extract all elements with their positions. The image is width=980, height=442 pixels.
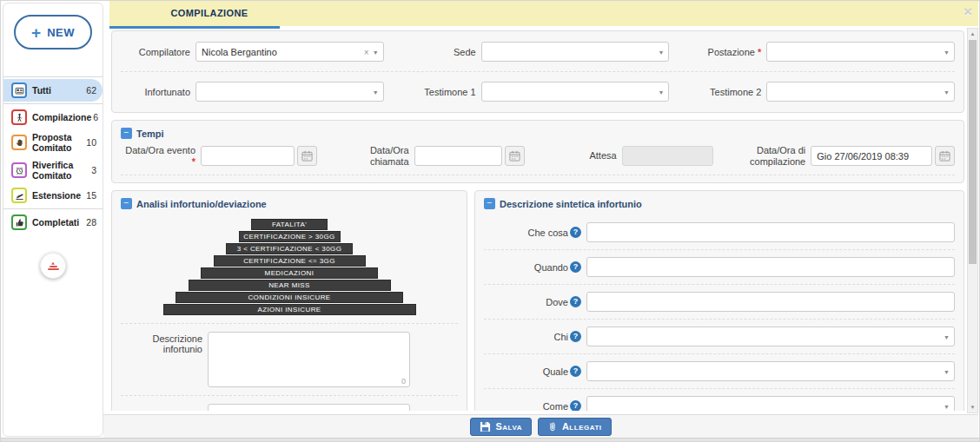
data-ora-chiamata-label: Data/Ora chiamata [334, 145, 414, 167]
sidebar-item-estensione[interactable]: Estensione15 [3, 184, 103, 207]
save-button-label: Salva [495, 421, 521, 432]
chevron-down-icon: ▼ [373, 89, 379, 95]
sidebar-item-label: Compilazione [32, 112, 91, 122]
infortunato-select[interactable]: ▼ [195, 82, 384, 102]
data-ora-evento-input[interactable] [201, 146, 295, 166]
active-tab-underline [109, 26, 280, 29]
sede-select[interactable]: ▼ [481, 42, 670, 62]
help-icon[interactable]: ? [570, 331, 581, 342]
chevron-down-icon: ▼ [944, 403, 950, 409]
collapse-icon[interactable]: − [484, 198, 495, 209]
sidebar-item-proposta-comitato[interactable]: Proposta Comitato10 [3, 129, 103, 156]
scroll-down-icon[interactable]: ▼ [968, 402, 977, 412]
window-bottom-edge [1, 438, 979, 441]
compilatore-label: Compilatore [121, 47, 195, 57]
quando-label: Quando [534, 262, 568, 273]
sidebar-item-compilazione[interactable]: Compilazione6 [3, 106, 103, 129]
postazione-label: Postazione * [692, 47, 766, 57]
tab-compilazione[interactable]: COMPILAZIONE [136, 1, 283, 26]
calendar-icon[interactable] [935, 146, 955, 166]
collapse-icon[interactable]: − [121, 198, 132, 209]
come-select[interactable]: ▼ [586, 396, 955, 411]
panel-descrizione-sintetica: − Descrizione sintetica infortunio Che c… [474, 190, 964, 411]
chevron-down-icon: ▼ [944, 49, 950, 55]
attachments-button-label: Allegati [562, 421, 602, 432]
hand-icon [11, 135, 27, 150]
calendar-icon[interactable] [297, 146, 317, 166]
analisi-title: Analisi infortunio/deviazione [136, 199, 267, 209]
quale-label: Quale [543, 366, 568, 377]
sidebar-item-label: Tutti [32, 85, 84, 96]
che-cosa-input[interactable] [586, 222, 955, 242]
nav-separator [3, 208, 103, 209]
quando-input[interactable] [586, 257, 955, 277]
chevron-down-icon: ▼ [944, 368, 950, 374]
quale-select[interactable]: ▼ [586, 361, 955, 381]
testimone1-label: Testimone 1 [407, 87, 481, 97]
sintetica-row: Chi?▼ [484, 320, 955, 354]
data-ora-compilazione-input[interactable]: Gio 27/06/2019 08:39 [811, 146, 932, 166]
panel-analisi: − Analisi infortunio/deviazione FATALITA… [111, 190, 467, 411]
testimone2-label: Testimone 2 [692, 87, 766, 97]
help-icon[interactable]: ? [570, 296, 581, 307]
calendar-icon[interactable] [505, 146, 525, 166]
chevron-down-icon: ▼ [658, 49, 664, 55]
help-icon[interactable]: ? [570, 227, 581, 238]
sintetica-row: Che cosa? [484, 215, 955, 250]
data-ora-compilazione-label: Data/Ora di compilazione [731, 145, 811, 167]
testimone1-select[interactable]: ▼ [481, 82, 670, 102]
app-window: + NEW Tutti62Compilazione6Proposta Comit… [0, 0, 980, 442]
pyramid-level[interactable]: CERTIFICAZIONE <= 3GG [214, 255, 366, 267]
pyramid-icon [51, 262, 55, 265]
sidebar-item-tutti[interactable]: Tutti62 [3, 79, 103, 102]
giorni-certificati-input[interactable] [208, 404, 410, 411]
sidebar-item-riverifica-comitato[interactable]: Riverifica Comitato3 [3, 156, 103, 184]
sidebar-item-count: 15 [86, 190, 96, 201]
save-button[interactable]: Salva [470, 418, 531, 436]
compilatore-select[interactable]: Nicola Bergantino × ▼ [195, 42, 384, 62]
sidebar-item-count: 62 [86, 85, 96, 96]
new-button[interactable]: + NEW [14, 15, 92, 49]
pyramid-level[interactable]: CERTIFICAZIONE > 30GG [239, 231, 341, 242]
compilatore-value: Nicola Bergantino [202, 47, 277, 57]
help-icon[interactable]: ? [570, 366, 581, 377]
sidebar-item-label: Riverifica Comitato [32, 160, 89, 181]
giorni-certificati-label: Giorni certificati [121, 409, 208, 411]
injury-pyramid: FATALITA'CERTIFICAZIONE > 30GG3 < CERTIF… [121, 215, 458, 323]
close-icon[interactable]: × [963, 3, 972, 21]
dove-input[interactable] [586, 292, 955, 312]
pyramid-level[interactable]: AZIONI INSICURE [163, 304, 416, 315]
testimone2-select[interactable]: ▼ [766, 82, 955, 102]
descrizione-infortunio-textarea[interactable]: 0 [208, 332, 410, 387]
help-icon[interactable]: ? [570, 261, 581, 273]
chi-select[interactable]: ▼ [586, 327, 955, 346]
tempi-title: Tempi [136, 129, 164, 139]
sintetica-title: Descrizione sintetica infortunio [500, 199, 642, 209]
plus-icon: + [31, 24, 41, 41]
main-area: COMPILAZIONE × Compilatore Nicola Bergan… [103, 1, 978, 438]
attachments-button[interactable]: Allegati [538, 418, 612, 436]
sidebar-item-count: 28 [86, 217, 96, 228]
tab-bar: COMPILAZIONE × [109, 1, 978, 26]
scrollbar-thumb[interactable] [969, 40, 977, 264]
sidebar-item-label: Completati [32, 217, 84, 228]
pyramid-level[interactable]: FATALITA' [251, 219, 328, 230]
scroll-up-icon[interactable]: ▲ [968, 29, 977, 39]
postazione-select[interactable]: ▼ [766, 42, 955, 62]
pyramid-level[interactable]: CONDIZIONI INSICURE [175, 292, 403, 303]
char-counter: 0 [401, 377, 406, 386]
pyramid-stats-button[interactable] [40, 253, 66, 279]
sidebar-item-completati[interactable]: Completati28 [3, 211, 103, 234]
clear-icon[interactable]: × [364, 47, 369, 56]
help-icon[interactable]: ? [570, 400, 581, 411]
footer-toolbar: Salva Allegati [103, 414, 978, 438]
pyramid-level[interactable]: MEDICAZIONI [201, 267, 378, 279]
sintetica-row: Quale?▼ [484, 354, 955, 389]
chevron-down-icon: ▼ [944, 333, 950, 340]
thumb-icon [11, 214, 27, 230]
collapse-icon[interactable]: − [121, 128, 132, 139]
data-ora-chiamata-input[interactable] [414, 146, 502, 166]
vertical-scrollbar[interactable]: ▲ ▼ [967, 28, 978, 413]
pyramid-level[interactable]: 3 < CERTIFICAZIONE < 30GG [226, 243, 353, 254]
pyramid-level[interactable]: NEAR MISS [189, 280, 391, 291]
